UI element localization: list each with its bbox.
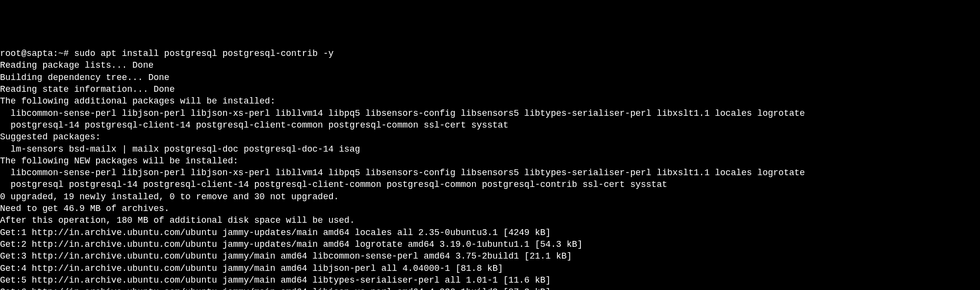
output-line: 0 upgraded, 19 newly installed, 0 to rem… [0, 192, 339, 202]
command-text: sudo apt install postgresql postgresql-c… [74, 49, 333, 58]
output-line: postgresql-14 postgresql-client-14 postg… [0, 120, 508, 130]
output-line: Get:1 http://in.archive.ubuntu.com/ubunt… [0, 228, 551, 237]
output-line: Need to get 46.9 MB of archives. [0, 204, 170, 213]
output-line: Suggested packages: [0, 132, 101, 142]
command-line: root@sapta:~# sudo apt install postgresq… [0, 49, 334, 58]
terminal-output[interactable]: root@sapta:~# sudo apt install postgresq… [0, 48, 980, 290]
output-line: Get:6 http://in.archive.ubuntu.com/ubunt… [0, 287, 551, 290]
output-line: Get:3 http://in.archive.ubuntu.com/ubunt… [0, 251, 572, 261]
output-line: The following NEW packages will be insta… [0, 156, 238, 166]
output-line: Get:5 http://in.archive.ubuntu.com/ubunt… [0, 275, 551, 285]
output-line: lm-sensors bsd-mailx | mailx postgresql-… [0, 144, 360, 154]
output-line: Building dependency tree... Done [0, 73, 170, 82]
output-line: Get:4 http://in.archive.ubuntu.com/ubunt… [0, 264, 503, 273]
output-line: Reading package lists... Done [0, 60, 153, 70]
output-line: After this operation, 180 MB of addition… [0, 215, 355, 225]
output-line: postgresql postgresql-14 postgresql-clie… [0, 180, 667, 189]
shell-prompt: root@sapta:~# [0, 49, 74, 58]
output-line: libcommon-sense-perl libjson-perl libjso… [0, 168, 805, 178]
output-line: The following additional packages will b… [0, 96, 276, 106]
output-line: Get:2 http://in.archive.ubuntu.com/ubunt… [0, 239, 582, 249]
output-line: Reading state information... Done [0, 84, 175, 94]
output-line: libcommon-sense-perl libjson-perl libjso… [0, 108, 805, 118]
